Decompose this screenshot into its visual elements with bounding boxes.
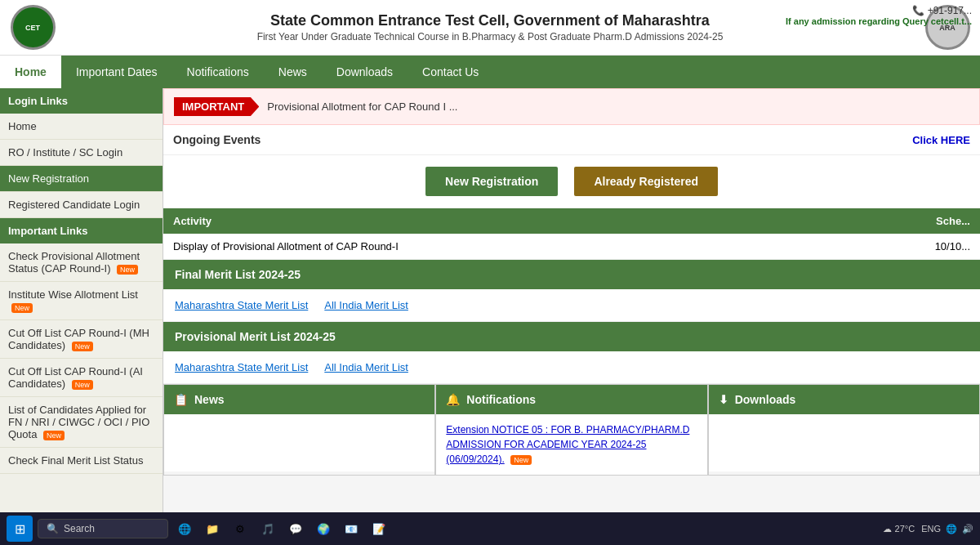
schedule-cell: 10/10... [830,234,980,260]
final-merit-section: Final Merit List 2024-25 Maharashtra Sta… [163,260,980,322]
sidebar-item-ro-login[interactable]: RO / Institute / SC Login [0,140,163,166]
already-registered-button[interactable]: Already Registered [574,167,718,196]
new-registration-button[interactable]: New Registration [425,167,558,196]
notifications-card-title: Notifications [466,393,536,406]
activity-table: Activity Sche... Display of Provisional … [163,208,980,260]
provisional-merit-links: Maharashtra State Merit List All India M… [163,351,980,384]
sidebar-item-new-registration[interactable]: New Registration [0,166,163,192]
news-icon: 📋 [174,393,188,406]
important-banner: IMPORTANT Provisional Allotment for CAP … [163,88,980,125]
ongoing-events-section: Ongoing Events Click HERE [163,125,980,155]
logo-left: CET [8,5,57,50]
ongoing-title: Ongoing Events [173,133,261,146]
activity-col-header: Activity [163,208,830,234]
login-links-title: Login Links [0,88,163,114]
taskbar: ⊞ 🔍 Search 🌐 📁 ⚙ 🎵 💬 🌍 📧 📝 ☁ 27°C ENG 🌐 … [0,512,980,545]
registration-buttons: New Registration Already Registered [163,155,980,208]
important-links-title: Important Links [0,218,163,243]
network-icon[interactable]: 🌐 [946,524,957,534]
taskbar-icon-6[interactable]: 🌍 [312,517,335,540]
notifications-card-header: 🔔 Notifications [436,385,706,414]
sidebar-item-home[interactable]: Home [0,114,163,140]
sidebar-item-provisional-allotment[interactable]: Check Provisional Allotment Status (CAP … [0,243,163,282]
provisional-merit-allindia-link[interactable]: All India Merit List [324,361,408,373]
sidebar-item-final-merit[interactable]: Check Final Merit List Status [0,448,163,474]
system-tray: ENG 🌐 🔊 [921,524,973,534]
notification-link[interactable]: Extension NOTICE 05 : FOR B. PHARMACY/PH… [446,424,689,465]
nav-contact-us[interactable]: Contact Us [408,56,493,88]
taskbar-search[interactable]: 🔍 Search [38,519,168,538]
badge-new-4: New [43,431,65,440]
news-card: 📋 News [163,384,435,476]
important-text: Provisional Allotment for CAP Round I ..… [267,101,457,113]
news-card-title: News [194,393,225,406]
volume-icon[interactable]: 🔊 [962,524,973,534]
sidebar-item-candidate-login[interactable]: Registered Candidate Login [0,192,163,218]
final-merit-links: Maharashtra State Merit List All India M… [163,289,980,322]
downloads-icon: ⬇ [719,393,728,406]
badge-new-2: New [72,342,93,351]
news-card-header: 📋 News [164,385,434,414]
final-merit-allindia-link[interactable]: All India Merit List [324,299,408,311]
taskbar-icon-8[interactable]: 📝 [368,517,390,540]
main-content: IMPORTANT Provisional Allotment for CAP … [163,88,980,545]
nav-home[interactable]: Home [0,56,61,88]
weather-widget: ☁ 27°C [883,524,915,534]
final-merit-header: Final Merit List 2024-25 [163,260,980,289]
provisional-merit-section: Provisional Merit List 2024-25 Maharasht… [163,322,980,384]
downloads-card-header: ⬇ Downloads [709,385,979,414]
cet-logo: CET [11,5,56,50]
notifications-card-body: Extension NOTICE 05 : FOR B. PHARMACY/PH… [436,414,706,475]
sidebar-item-cutoff-mh[interactable]: Cut Off List CAP Round-I (MH Candidates)… [0,320,163,359]
badge-new-1: New [11,303,33,313]
click-here-link[interactable]: Click HERE [912,134,970,146]
badge-new-3: New [72,380,93,390]
search-icon: 🔍 [47,523,59,534]
final-merit-state-link[interactable]: Maharashtra State Merit List [175,299,308,311]
search-label: Search [64,523,95,534]
taskbar-icon-1[interactable]: 🌐 [173,517,196,540]
notifications-icon: 🔔 [446,393,460,406]
provisional-merit-header: Provisional Merit List 2024-25 [163,322,980,351]
header-contact: 📞 +91-917... If any admission regarding … [786,5,972,26]
schedule-col-header: Sche... [830,208,980,234]
weather-icon: ☁ [883,524,892,534]
table-row: Display of Provisional Allotment of CAP … [163,234,980,260]
downloads-card-body [709,414,979,471]
badge-new-0: New [117,265,138,275]
provisional-merit-state-link[interactable]: Maharashtra State Merit List [175,361,308,373]
sidebar-item-institute-allotment[interactable]: Institute Wise Allotment List New [0,282,163,320]
main-layout: Login Links Home RO / Institute / SC Log… [0,88,980,545]
taskbar-icon-4[interactable]: 🎵 [256,517,279,540]
nav-news[interactable]: News [264,56,322,88]
taskbar-right: ☁ 27°C ENG 🌐 🔊 [883,524,973,534]
nav-important-dates[interactable]: Important Dates [61,56,172,88]
start-button[interactable]: ⊞ [7,516,33,542]
page-header: CET State Common Entrance Test Cell, Gov… [0,0,980,56]
weather-temp: 27°C [895,524,915,534]
important-tag: IMPORTANT [174,97,259,116]
activity-cell: Display of Provisional Allotment of CAP … [163,234,830,260]
sidebar: Login Links Home RO / Institute / SC Log… [0,88,163,545]
notifications-card: 🔔 Notifications Extension NOTICE 05 : FO… [435,384,707,476]
lang-indicator: ENG [921,524,941,534]
notification-badge: New [510,455,532,465]
nav-notifications[interactable]: Notifications [172,56,264,88]
header-subtitle: First Year Under Graduate Technical Cour… [65,31,915,42]
taskbar-icon-5[interactable]: 💬 [284,517,307,540]
nav-downloads[interactable]: Downloads [322,56,408,88]
bottom-cards: 📋 News 🔔 Notifications Extension NOTICE … [163,384,980,476]
query-text: If any admission regarding Query cetcell… [786,16,972,26]
nav-bar: Home Important Dates Notifications News … [0,56,980,88]
phone-number: 📞 +91-917... [786,5,972,16]
sidebar-item-cutoff-ai[interactable]: Cut Off List CAP Round-I (AI Candidates)… [0,359,163,397]
downloads-card-title: Downloads [735,393,796,406]
taskbar-icon-2[interactable]: 📁 [201,517,224,540]
sidebar-item-candidates-list[interactable]: List of Candidates Applied for FN / NRI … [0,397,163,448]
news-card-body [164,414,434,471]
taskbar-icon-7[interactable]: 📧 [340,517,363,540]
taskbar-icon-3[interactable]: ⚙ [229,517,252,540]
downloads-card: ⬇ Downloads [708,384,980,476]
